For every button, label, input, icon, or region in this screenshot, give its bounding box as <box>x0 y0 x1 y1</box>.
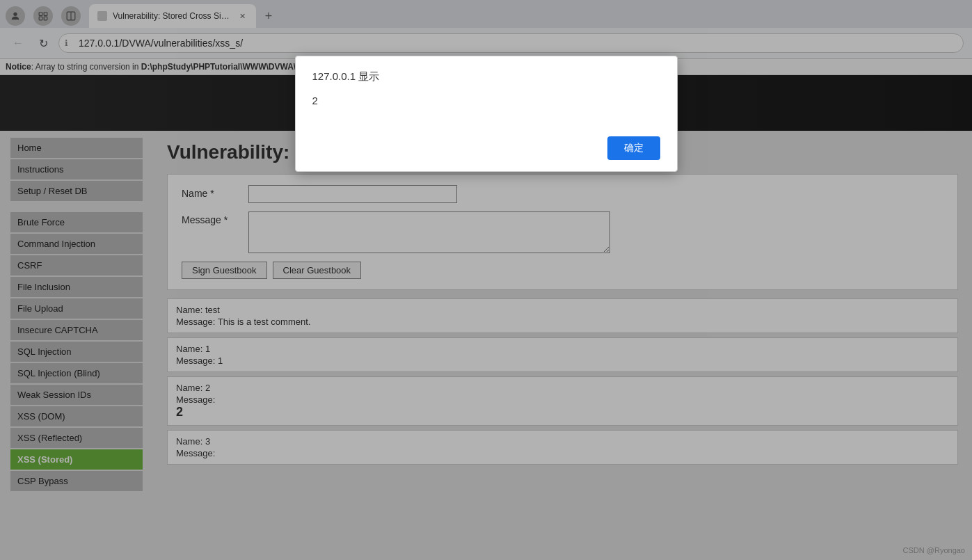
alert-dialog: 127.0.0.1 显示 2 确定 <box>295 56 678 172</box>
alert-footer: 确定 <box>312 136 660 160</box>
alert-message: 2 <box>312 95 660 115</box>
alert-overlay: 127.0.0.1 显示 2 确定 <box>0 0 972 560</box>
alert-header: 127.0.0.1 显示 <box>312 70 660 83</box>
alert-ok-button[interactable]: 确定 <box>607 136 660 160</box>
